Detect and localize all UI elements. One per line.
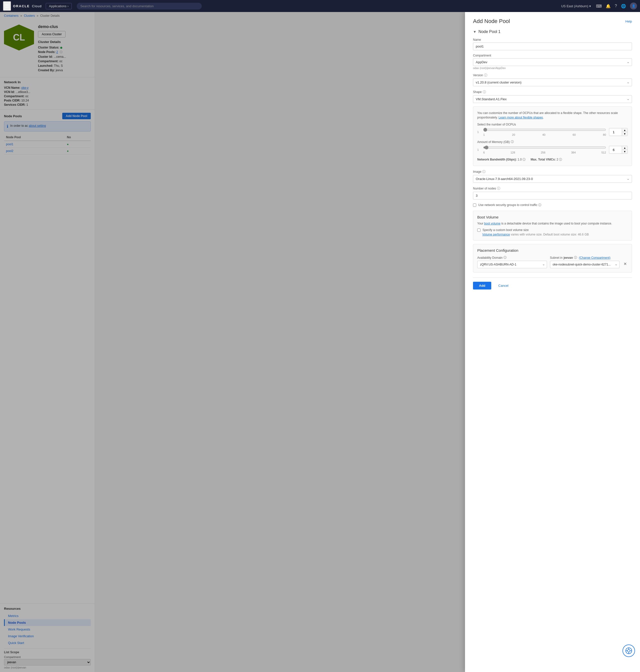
avail-domain-label: Availability Domain ⓘ [477, 255, 547, 260]
support-fab-button[interactable] [623, 644, 635, 657]
boot-volume-link[interactable]: boot volume [484, 222, 500, 225]
search-input[interactable] [77, 3, 202, 10]
memory-min-label: 1 [477, 148, 480, 151]
placement-row: Availability Domain ⓘ zQRV:US-ASHBURN-AD… [477, 255, 628, 268]
ocpu-increment-button[interactable]: ▲ [622, 128, 627, 132]
add-node-pool-panel: Add Node Pool Help ▼ Node Pool 1 Name Co… [465, 12, 640, 672]
name-field-group: Name [473, 38, 632, 50]
avail-domain-select[interactable]: zQRV:US-ASHBURN-AD-1 [477, 261, 547, 268]
nodes-info-icon[interactable]: ⓘ [497, 186, 500, 191]
vnics-info-icon[interactable]: ⓘ [559, 158, 562, 161]
change-compartment-link[interactable]: (Change Compartment) [579, 256, 611, 260]
version-label: Version ⓘ [473, 73, 632, 77]
subnet-field: Subnet in jeevan ⓘ (Change Compartment) … [550, 255, 620, 268]
profile-button[interactable]: 👤 [630, 2, 637, 10]
shape-field-group: Shape ⓘ VM.Standard.A1.Flex [473, 90, 632, 103]
volume-performance-link[interactable]: Volume performance [482, 233, 510, 236]
version-info-icon[interactable]: ⓘ [484, 73, 487, 77]
memory-slider-container: 1 6128256384512 ▲ ▼ [477, 146, 628, 154]
name-label: Name [473, 38, 632, 42]
compartment-hint: odax (root)/jeevan/AppDev [473, 67, 632, 70]
help-icon: ? [615, 4, 617, 8]
image-select-wrapper: Oracle-Linux-7.9-aarch64-2021.09.23-0 [473, 175, 632, 183]
memory-slider-track: 6128256384512 [483, 146, 607, 154]
compartment-field-group: Compartment AppDev odax (root)/jeevan/Ap… [473, 54, 632, 70]
memory-increment-button[interactable]: ▲ [622, 146, 627, 150]
boot-volume-checkbox-label[interactable]: Specify a custom boot volume size [482, 228, 529, 232]
placement-remove-button[interactable]: ✕ [623, 261, 628, 267]
bandwidth-value: 1.0 [518, 158, 522, 161]
flex-shape-description: You can customize the number of OCPUs th… [477, 111, 628, 120]
top-navigation: ☰ ORACLE Cloud Applications › US East (A… [0, 0, 640, 12]
ocpu-ticks: 120406080 [483, 133, 606, 136]
section-title: Node Pool 1 [479, 29, 500, 34]
add-button[interactable]: Add [473, 282, 491, 290]
compartment-label: Compartment [473, 54, 632, 57]
ocpu-slider-track: 120406080 [483, 128, 607, 136]
subnet-select[interactable]: oke-nodesubnet-quick-demo-cluster-6271..… [550, 261, 620, 268]
ocpu-spin-buttons: ▲ ▼ [622, 128, 627, 136]
language-button[interactable]: 🌐 [621, 4, 626, 9]
cancel-button[interactable]: Cancel [494, 282, 512, 290]
vnics-label: Max. Total VNICs: 2 ⓘ [530, 158, 562, 162]
nodes-field-group: Number of nodes ⓘ [473, 186, 632, 200]
nsg-checkbox[interactable] [473, 204, 476, 207]
memory-spin-buttons: ▲ ▼ [622, 146, 627, 154]
ocpu-slider[interactable] [483, 128, 606, 132]
subnet-info-icon[interactable]: ⓘ [574, 255, 577, 260]
placement-title: Placement Configuration [477, 248, 628, 252]
hamburger-menu-button[interactable]: ☰ [3, 1, 11, 11]
name-input[interactable] [473, 43, 632, 50]
shape-info-icon[interactable]: ⓘ [483, 90, 486, 94]
ocpu-label: Select the number of OCPUs [477, 123, 628, 126]
boot-volume-box: Boot Volume Your boot volume is a detach… [473, 211, 632, 240]
subnet-select-wrapper: oke-nodesubnet-quick-demo-cluster-6271..… [550, 261, 620, 268]
notifications-button[interactable]: 🔔 [606, 4, 611, 9]
ocpu-number-input[interactable] [609, 129, 622, 135]
placement-config-box: Placement Configuration Availability Dom… [473, 244, 632, 273]
nodes-input[interactable] [473, 192, 632, 200]
image-info-icon[interactable]: ⓘ [482, 170, 485, 174]
bandwidth-info-icon[interactable]: ⓘ [523, 158, 525, 161]
nsg-info-icon[interactable]: ⓘ [538, 203, 541, 207]
ocpu-decrement-button[interactable]: ▼ [622, 132, 627, 136]
memory-slider[interactable] [483, 146, 606, 149]
cloud-shell-button[interactable]: ⌨ [596, 4, 602, 9]
oracle-logo: ORACLE Cloud [13, 4, 42, 8]
shape-select-wrapper: VM.Standard.A1.Flex [473, 95, 632, 103]
avail-domain-info-icon[interactable]: ⓘ [504, 255, 507, 260]
panel-help-link[interactable]: Help [625, 19, 632, 23]
boot-volume-checkbox[interactable] [477, 229, 480, 232]
avail-domain-select-wrapper: zQRV:US-ASHBURN-AD-1 [477, 261, 547, 268]
user-icon: 👤 [632, 4, 636, 8]
search-container [77, 3, 202, 10]
cloud-shell-icon: ⌨ [596, 4, 602, 8]
section-chevron-icon[interactable]: ▼ [473, 30, 477, 34]
ocpu-slider-container: 1 120406080 ▲ ▼ [477, 128, 628, 136]
image-field-group: Image ⓘ Oracle-Linux-7.9-aarch64-2021.09… [473, 170, 632, 183]
region-selector[interactable]: US East (Ashburn) ▾ [561, 4, 591, 8]
panel-header: Add Node Pool Help [473, 18, 632, 25]
help-button[interactable]: ? [615, 4, 617, 8]
subnet-label: Subnet in jeevan ⓘ (Change Compartment) [550, 255, 620, 260]
image-select[interactable]: Oracle-Linux-7.9-aarch64-2021.09.23-0 [473, 175, 632, 183]
nodes-label: Number of nodes ⓘ [473, 186, 632, 191]
boot-volume-title: Boot Volume [477, 215, 628, 219]
compartment-select-wrapper: AppDev [473, 58, 632, 66]
applications-button[interactable]: Applications › [46, 3, 72, 9]
version-select[interactable]: v1.20.8 (current cluster version) [473, 78, 632, 86]
shape-select[interactable]: VM.Standard.A1.Flex [473, 95, 632, 103]
nsg-label[interactable]: Use network security groups to control t… [478, 203, 541, 207]
compartment-select[interactable]: AppDev [473, 58, 632, 66]
availability-domain-field: Availability Domain ⓘ zQRV:US-ASHBURN-AD… [477, 255, 547, 268]
memory-label: Amount of Memory (GB) ⓘ [477, 140, 628, 144]
flex-shape-link[interactable]: Learn more about flexible shapes [498, 116, 543, 119]
memory-decrement-button[interactable]: ▼ [622, 150, 627, 154]
bandwidth-label: Network Bandwidth (Gbps): 1.0 ⓘ [477, 158, 525, 162]
image-label: Image ⓘ [473, 170, 632, 174]
boot-volume-desc: Your boot volume is a detachable device … [477, 221, 628, 226]
panel-title: Add Node Pool [473, 18, 510, 25]
ocpu-spin-input: ▲ ▼ [609, 128, 628, 136]
memory-info-icon[interactable]: ⓘ [511, 140, 514, 144]
memory-number-input[interactable] [609, 147, 622, 153]
